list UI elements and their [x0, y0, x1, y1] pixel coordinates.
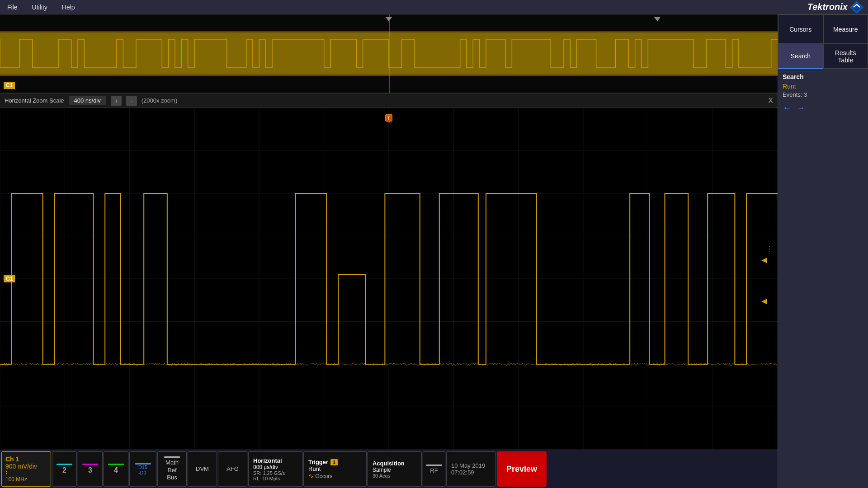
trigger-header: Trigger 1: [308, 459, 362, 465]
ch1-label-overview: C1: [4, 82, 15, 89]
panel-resize-handle[interactable]: ⋮: [766, 244, 773, 253]
zoom-scale: 400 ns/div: [69, 96, 106, 105]
ch2-color-line: [57, 464, 72, 465]
menu-bar: File Utility Help Tektronix: [0, 0, 868, 14]
trigger-type: Runt: [308, 465, 362, 472]
results-table-button[interactable]: ResultsTable: [823, 44, 868, 69]
ch3-label: 3: [88, 466, 92, 474]
math-color-line: [164, 456, 180, 458]
horizontal-sr: SR: 1.25 GS/s: [253, 470, 297, 476]
acquisition-acqs: 30 Acqs: [373, 473, 417, 479]
trigger-cursor-overview: [389, 14, 390, 93]
ch1-name: Ch 1: [5, 455, 47, 463]
search-events: Events: 3: [783, 91, 863, 98]
ch1-voltage: 900 mV/div: [5, 463, 47, 470]
waveform-area: T C1 ⋮ ◄ ◄: [0, 108, 778, 450]
ch1-coupling-icon: ⌇: [5, 470, 47, 476]
math-ref-bus-label: MathRefBus: [165, 459, 179, 482]
zoom-label: Horizontal Zoom Scale: [5, 97, 64, 104]
right-top-buttons: Cursors Measure: [778, 14, 868, 44]
measure-button[interactable]: Measure: [823, 14, 868, 44]
ch3-color-line: [82, 464, 98, 465]
afg-button[interactable]: AFG: [218, 451, 247, 487]
main-layout: C1 Horizontal Zoom Scale 400 ns/div + - …: [0, 14, 868, 488]
search-panel-title: Search: [783, 73, 863, 80]
right-panel: Cursors Measure Search ResultsTable Sear…: [778, 14, 868, 488]
overview-waveform: C1: [0, 14, 778, 94]
tektronix-logo: [850, 1, 863, 14]
dvm-label: DVM: [196, 465, 209, 473]
ch2-label: 2: [62, 466, 66, 474]
search-nav: ← →: [783, 103, 863, 113]
ch1-label-main: C1: [4, 275, 15, 282]
rf-line: [426, 465, 442, 466]
horizontal-value: 800 μs/div: [253, 464, 297, 470]
math-ref-bus-button[interactable]: MathRefBus: [157, 451, 187, 487]
occurs-label: Occurs: [315, 473, 332, 479]
ch4-color-line: [108, 464, 124, 465]
vertical-cursor-main: [389, 108, 389, 450]
trigger-title: Trigger: [308, 459, 328, 465]
acquisition-title: Acquisition: [373, 460, 417, 467]
zoom-bar: Horizontal Zoom Scale 400 ns/div + - (20…: [0, 94, 778, 108]
brand-name: Tektronix: [807, 2, 848, 12]
channel-4-button[interactable]: 4: [104, 451, 128, 487]
horizontal-info-box[interactable]: Horizontal 800 μs/div SR: 1.25 GS/s RL: …: [248, 451, 302, 487]
scroll-arrow-1[interactable]: ◄: [760, 255, 769, 265]
trigger-marker-main: T: [384, 113, 393, 124]
ch1-frequency: 100 MHz: [5, 476, 47, 483]
zoom-close-button[interactable]: X: [768, 97, 773, 105]
trigger-marker-top-right: [654, 17, 661, 21]
menu-help[interactable]: Help: [59, 3, 78, 12]
results-table-label: ResultsTable: [835, 49, 856, 64]
search-panel: Search Runt Events: 3 ← →: [778, 69, 868, 488]
horizontal-rl: RL: 10 Mpts: [253, 476, 297, 481]
date-box: 10 May 2019 07:02:59: [446, 451, 496, 487]
ch1-info-box[interactable]: Ch 1 900 mV/div ⌇ 100 MHz: [1, 451, 51, 487]
trigger-occurs: ∿ Occurs: [308, 472, 362, 479]
right-search-buttons: Search ResultsTable: [778, 44, 868, 69]
zoom-info: (2000x zoom): [142, 97, 177, 104]
rf-button[interactable]: RF: [423, 451, 445, 487]
afg-label: AFG: [226, 465, 239, 473]
menu-utility[interactable]: Utility: [29, 3, 50, 12]
acquisition-mode: Sample: [373, 467, 417, 473]
svg-text:T: T: [387, 116, 391, 121]
horizontal-title: Horizontal: [253, 457, 297, 464]
channel-3-button[interactable]: 3: [78, 451, 103, 487]
search-button[interactable]: Search: [778, 44, 823, 69]
zoom-plus-button[interactable]: +: [111, 96, 122, 106]
d15-d0-button[interactable]: D15-D0: [129, 451, 156, 487]
cursors-button[interactable]: Cursors: [778, 14, 823, 44]
bottom-bar: Ch 1 900 mV/div ⌇ 100 MHz 2 3 4: [0, 450, 778, 488]
channel-2-button[interactable]: 2: [52, 451, 77, 487]
menu-file[interactable]: File: [5, 3, 20, 12]
date-line2: 07:02:59: [451, 469, 491, 476]
trigger-badge: 1: [330, 459, 338, 465]
search-type: Runt: [783, 83, 863, 90]
search-prev-button[interactable]: ←: [783, 103, 792, 113]
scroll-arrow-2[interactable]: ◄: [760, 296, 769, 306]
search-next-button[interactable]: →: [796, 103, 805, 113]
acquisition-info-box[interactable]: Acquisition Sample 30 Acqs: [368, 451, 422, 487]
d15-label: D15-D0: [138, 465, 147, 475]
preview-button[interactable]: Preview: [497, 451, 547, 487]
ch4-label: 4: [114, 466, 118, 474]
dvm-button[interactable]: DVM: [188, 451, 217, 487]
trigger-info-box[interactable]: Trigger 1 Runt ∿ Occurs: [303, 451, 367, 487]
rf-label: RF: [430, 467, 438, 474]
scope-area: C1 Horizontal Zoom Scale 400 ns/div + - …: [0, 14, 778, 488]
occurs-icon: ∿: [308, 472, 314, 479]
zoom-minus-button[interactable]: -: [126, 96, 137, 106]
date-line1: 10 May 2019: [451, 462, 491, 469]
